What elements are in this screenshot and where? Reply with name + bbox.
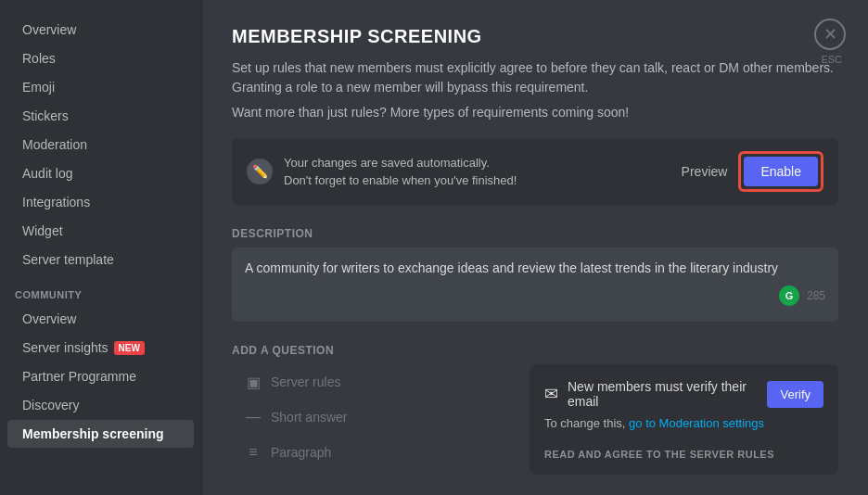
question-icon: ▣ [245, 374, 262, 390]
question-label: Short answer [271, 410, 347, 425]
moderation-settings-link[interactable]: go to Moderation settings [629, 416, 764, 430]
verify-top: ✉ New members must verify their email Ve… [544, 379, 823, 409]
question-item-paragraph[interactable]: ≡ Paragraph [232, 435, 511, 470]
sidebar-item-label: Overview [22, 22, 76, 37]
sidebar-item-label: Server insights [22, 340, 108, 355]
description-footer: G 285 [245, 286, 825, 306]
question-label: Paragraph [271, 445, 331, 460]
esc-label: ESC [821, 54, 842, 65]
sidebar-item-label: Moderation [22, 137, 87, 152]
sidebar-item-integrations[interactable]: Integrations [7, 188, 194, 216]
sidebar-item-label: Overview [22, 311, 76, 326]
sidebar-item-moderation[interactable]: Moderation [7, 131, 194, 159]
sidebar-item-discovery[interactable]: Discovery [7, 391, 194, 419]
sidebar-item-label: Partner Programme [22, 369, 136, 384]
description-box[interactable]: A community for writers to exchange idea… [232, 248, 838, 322]
main-content: ✕ ESC MEMBERSHIP SCREENING Set up rules … [202, 0, 868, 495]
sidebar-item-widget[interactable]: Widget [7, 217, 194, 245]
sidebar-item-audit-log[interactable]: Audit log [7, 159, 194, 187]
sidebar-item-label: Server template [22, 252, 114, 267]
sidebar-item-membership-screening[interactable]: Membership screening [7, 420, 194, 448]
question-label: Server rules [271, 374, 340, 389]
question-icon: ≡ [245, 444, 262, 461]
sidebar-item-label: Discovery [22, 398, 79, 412]
banner-actions: Preview Enable [682, 151, 823, 192]
sidebar-item-label: Widget [22, 223, 63, 238]
read-agree-label: READ AND AGREE TO THE SERVER RULES [544, 449, 823, 460]
sidebar-item-server-insights[interactable]: Server insightsNEW [7, 334, 194, 362]
banner-text: Your changes are saved automatically. Do… [284, 154, 517, 190]
description-text: A community for writers to exchange idea… [245, 259, 825, 278]
community-section-label: COMMUNITY [0, 274, 201, 304]
sidebar-item-label: Audit log [22, 166, 72, 181]
question-item-short-answer[interactable]: — Short answer [232, 400, 511, 435]
enable-btn-wrapper: Enable [738, 151, 823, 192]
close-icon: ✕ [823, 24, 837, 44]
sidebar-item-label: Stickers [22, 108, 69, 123]
char-count: 285 [807, 289, 825, 302]
info-icon: ✏️ [247, 159, 273, 184]
page-title: MEMBERSHIP SCREENING [232, 26, 838, 47]
info-banner: ✏️ Your changes are saved automatically.… [232, 138, 838, 205]
sidebar-item-roles[interactable]: Roles [7, 44, 194, 72]
verify-button[interactable]: Verify [767, 381, 823, 408]
verify-note: To change this, go to Moderation setting… [544, 416, 823, 430]
question-list: ▣ Server rules — Short answer ≡ Paragrap… [232, 364, 511, 475]
enable-button[interactable]: Enable [744, 157, 818, 186]
sidebar-item-label: Roles [22, 51, 56, 66]
email-icon: ✉ [544, 384, 558, 404]
new-badge: NEW [114, 341, 145, 355]
sidebar-item-label: Integrations [22, 195, 90, 209]
sidebar-item-partner-programme[interactable]: Partner Programme [7, 362, 194, 390]
add-question-section: ▣ Server rules — Short answer ≡ Paragrap… [232, 364, 838, 475]
grammarly-icon: G [779, 286, 799, 306]
sidebar-item-community-overview[interactable]: Overview [7, 305, 194, 333]
preview-link[interactable]: Preview [682, 164, 728, 179]
sidebar: OverviewRolesEmojiStickersModerationAudi… [0, 0, 202, 495]
add-question-label: ADD A QUESTION [232, 344, 838, 357]
description-section-label: DESCRIPTION [232, 227, 838, 240]
page-note: Want more than just rules? More types of… [232, 105, 838, 120]
sidebar-item-stickers[interactable]: Stickers [7, 102, 194, 130]
sidebar-item-label: Membership screening [22, 426, 164, 441]
verify-left: ✉ New members must verify their email [544, 379, 767, 409]
sidebar-item-emoji[interactable]: Emoji [7, 73, 194, 101]
close-button[interactable]: ✕ [814, 19, 846, 50]
question-item-server-rules[interactable]: ▣ Server rules [232, 364, 511, 400]
sidebar-item-server-template[interactable]: Server template [7, 246, 194, 273]
verify-panel: ✉ New members must verify their email Ve… [530, 364, 838, 475]
question-icon: — [245, 409, 262, 425]
sidebar-item-overview[interactable]: Overview [7, 16, 194, 44]
verify-text: New members must verify their email [568, 379, 767, 409]
page-subtitle: Set up rules that new members must expli… [232, 58, 838, 97]
banner-left: ✏️ Your changes are saved automatically.… [247, 154, 517, 190]
sidebar-item-label: Emoji [22, 80, 55, 95]
